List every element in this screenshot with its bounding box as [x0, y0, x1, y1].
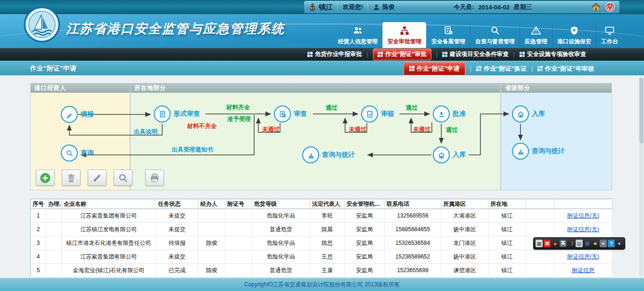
subnav-facility-acceptance-review[interactable]: 安全设施专项验收审查 — [520, 50, 586, 58]
col-extra — [526, 199, 554, 209]
vertical-scrollbar[interactable] — [639, 77, 644, 276]
ime-moon-icon[interactable]: ☽ — [568, 240, 575, 247]
browser-m-icon[interactable]: M — [544, 240, 551, 247]
flow-node-label: 填报 — [81, 110, 94, 119]
cert-info-link[interactable]: 附证信息 — [572, 267, 594, 274]
ptab-cert-annual-review[interactable]: 作业“附证”年审核 — [537, 65, 594, 73]
search-button[interactable] — [114, 170, 132, 186]
cell-danger-level: 普通危货 — [252, 223, 310, 236]
cert-info-link[interactable]: 附证信息(无) — [567, 226, 599, 233]
globe-icon[interactable]: ◎ — [584, 240, 591, 247]
table-body: 1 江苏索普集团有限公司 未提交 危险化学品 李旺 安监局 1325689556… — [31, 209, 612, 277]
cell-operator — [198, 250, 225, 264]
scrollbar-thumb[interactable] — [639, 78, 644, 144]
edge-label-materials-complete: 材料齐全 — [226, 104, 250, 112]
tab-emergency[interactable]: 应急管理 — [520, 23, 552, 48]
record-toolbar — [36, 170, 164, 186]
cert-info-link[interactable]: 附证信息(无) — [567, 253, 599, 260]
taskbar-grid-icon[interactable]: ▦ — [536, 240, 543, 247]
table-row[interactable]: 5 金海宏业(镇江)石化有限公司 已完成 陈俊 普通危货 王康 安监局 1523… — [31, 264, 612, 277]
cell-cert-no — [225, 264, 252, 277]
cell-handle — [46, 236, 62, 250]
ptab-cert-apply[interactable]: 作业“附证”申请 — [404, 62, 465, 75]
logout-power-icon[interactable] — [605, 2, 615, 12]
tab-facility-security[interactable]: 港口设施保安 — [552, 23, 596, 48]
tab-label: 自查与督查管理 — [475, 38, 515, 45]
tab-workbench[interactable]: 工作台 — [596, 23, 623, 48]
subnav-construction-review[interactable]: 建设项目安全条件审查 — [442, 50, 509, 58]
records-icon — [442, 25, 454, 37]
tab-safety-approval[interactable]: 安全审批管理 — [382, 22, 426, 48]
cell-no: 5 — [31, 264, 46, 277]
tools-icon[interactable]: + — [600, 240, 607, 247]
anchor-icon — [309, 3, 316, 12]
col-admin-org: 安全管理机... — [345, 199, 385, 209]
flow-node-audit: 审核 — [361, 105, 378, 122]
delete-button[interactable] — [62, 170, 81, 186]
edge-label-pass: 通过 — [446, 126, 458, 134]
tab-label: 经营人信息管理 — [338, 38, 378, 45]
system-title: 江苏省港口安全监管与应急管理系统 — [66, 20, 285, 37]
subnav-dangerous-goods-approval[interactable]: 危货作业申报审批 — [307, 50, 362, 58]
subnav-attached-cert-approval[interactable]: 作业“附证”审批 — [373, 48, 431, 60]
grid-icon — [537, 66, 543, 71]
collapse-icon[interactable]: ▾ — [616, 240, 623, 247]
table-row[interactable]: 3 镇江市港龙石化港务有限责任公司 待填报 陈俊 危险化学品 陈思 安监局 15… — [31, 236, 612, 250]
edit-button[interactable] — [88, 170, 107, 186]
add-button[interactable] — [36, 170, 55, 186]
cell-cert-info: 附证信息(无) — [554, 209, 612, 223]
user-icon — [373, 4, 380, 11]
cell-cert-info: 附证信息 — [554, 264, 612, 277]
warning-triangle-icon — [530, 25, 542, 37]
flow-node-label: 入库 — [532, 110, 545, 118]
cell-no: 2 — [31, 223, 46, 236]
flow-node-store-provincial: 入库 — [512, 105, 529, 122]
cell-operator — [198, 209, 225, 223]
tab-self-inspection[interactable]: 自查与督查管理 — [470, 23, 520, 48]
ptab-label: 作业“附证”换证 — [484, 65, 527, 73]
grid-icon — [520, 52, 525, 57]
col-no: 序号 — [31, 199, 46, 209]
cell-port-area: 扬中港区 — [441, 223, 488, 236]
divider — [368, 3, 368, 11]
help-icon[interactable]: ? — [608, 240, 615, 247]
cell-extra — [526, 223, 554, 236]
cell-legal-rep: 陈思 — [310, 236, 345, 250]
house-icon — [512, 105, 529, 122]
ptab-cert-renew[interactable]: 作业“附证”换证 — [476, 65, 527, 73]
table-row[interactable]: 2 江苏镇江发电有限公司 未提交 普通危货 陈晨 安监局 15685684655… — [31, 223, 612, 236]
cell-company: 江苏索普集团有限公司 — [62, 209, 156, 223]
browser-fox-icon[interactable]: ● — [552, 240, 559, 247]
grid-icon — [307, 52, 313, 57]
table-row[interactable]: 4 江苏索普集团有限公司 未提交 危险化学品 王思 安监局 1523658965… — [31, 250, 612, 264]
col-status: 任务状态 — [156, 199, 198, 209]
flow-node-label: 查询与统计 — [322, 151, 355, 159]
flow-node-fill: 填报 — [61, 106, 78, 123]
print-button[interactable] — [145, 170, 164, 186]
flow-node-store-local: 入库 — [433, 146, 450, 163]
cell-status: 未提交 — [156, 250, 198, 264]
cell-handle — [46, 264, 62, 277]
floating-language-bar[interactable]: ▦ M ● 英 ☽ ▤ ◎ ★ + ? ▾ — [533, 237, 625, 250]
star-icon[interactable]: ★ — [592, 240, 599, 247]
cell-cert-no — [225, 209, 252, 223]
lang-en-icon[interactable]: 英 — [560, 240, 567, 247]
flow-node-stats-local: 查询与统计 — [302, 146, 319, 163]
users-icon — [352, 25, 364, 37]
home-icon[interactable] — [591, 2, 601, 12]
table-row[interactable]: 1 江苏索普集团有限公司 未提交 危险化学品 李旺 安监局 1325689556… — [31, 209, 612, 223]
bar-chart-icon — [302, 146, 319, 163]
page-tabs: 作业“附证”申请 | 作业“附证”换证 | 作业“附证”年审核 — [404, 61, 594, 76]
edge-label-materials-incomplete: 材料不齐全 — [187, 122, 217, 130]
document-search-icon — [274, 105, 291, 122]
col-phone: 联系电话 — [385, 199, 441, 209]
tab-safety-record[interactable]: 安全备案管理 — [426, 23, 470, 48]
ptab-label: 作业“附证”年审核 — [545, 65, 594, 73]
flow-node-stats-provincial: 查询与统计 — [512, 143, 529, 160]
city-label: 镇江 — [319, 3, 333, 12]
keyboard-icon[interactable]: ▤ — [576, 240, 583, 247]
tab-operator-info[interactable]: 经营人信息管理 — [333, 23, 382, 48]
cert-info-link[interactable]: 附证信息(无) — [567, 212, 599, 219]
app-logo — [24, 6, 60, 43]
user-name: 陈俊 — [382, 3, 395, 11]
